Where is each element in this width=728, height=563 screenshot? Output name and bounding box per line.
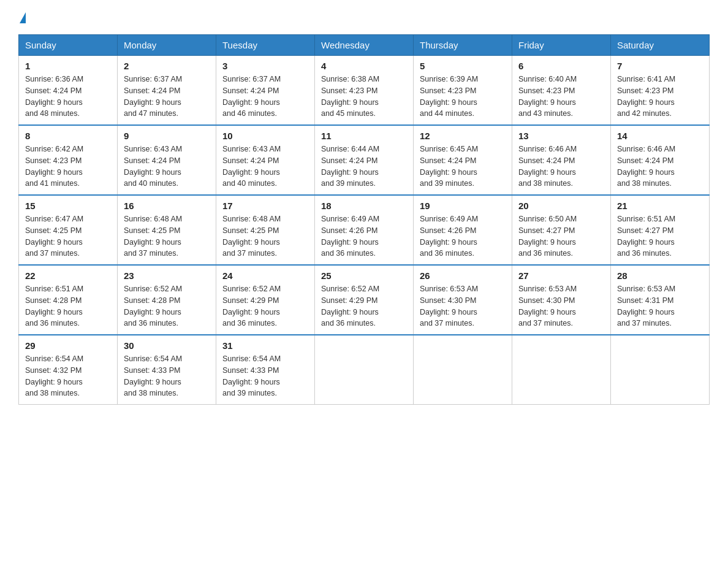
day-number: 24 — [222, 270, 308, 281]
day-info: Sunrise: 6:54 AMSunset: 4:33 PMDaylight:… — [222, 353, 308, 399]
logo-wrapper — [18, 12, 26, 23]
calendar-week-row: 15Sunrise: 6:47 AMSunset: 4:25 PMDayligh… — [19, 195, 710, 265]
day-number: 13 — [518, 131, 604, 141]
day-number: 21 — [617, 201, 703, 211]
calendar-cell: 3Sunrise: 6:37 AMSunset: 4:24 PMDaylight… — [216, 56, 315, 126]
logo — [18, 12, 26, 23]
day-number: 4 — [321, 61, 407, 71]
day-header-sunday: Sunday — [19, 35, 118, 56]
day-number: 2 — [124, 61, 210, 71]
calendar-cell: 19Sunrise: 6:49 AMSunset: 4:26 PMDayligh… — [414, 195, 512, 265]
calendar-cell: 12Sunrise: 6:45 AMSunset: 4:24 PMDayligh… — [414, 125, 512, 195]
day-info: Sunrise: 6:47 AMSunset: 4:25 PMDaylight:… — [25, 213, 111, 259]
day-number: 22 — [25, 270, 111, 281]
day-info: Sunrise: 6:52 AMSunset: 4:28 PMDaylight:… — [124, 283, 210, 329]
day-number: 5 — [420, 61, 506, 71]
calendar-cell: 27Sunrise: 6:53 AMSunset: 4:30 PMDayligh… — [512, 265, 611, 335]
calendar-cell: 1Sunrise: 6:36 AMSunset: 4:24 PMDaylight… — [19, 56, 118, 126]
day-number: 14 — [617, 131, 703, 141]
calendar-cell: 9Sunrise: 6:43 AMSunset: 4:24 PMDaylight… — [118, 125, 216, 195]
calendar-cell: 6Sunrise: 6:40 AMSunset: 4:23 PMDaylight… — [512, 56, 611, 126]
day-number: 25 — [321, 270, 407, 281]
day-info: Sunrise: 6:48 AMSunset: 4:25 PMDaylight:… — [124, 213, 210, 259]
calendar-cell: 21Sunrise: 6:51 AMSunset: 4:27 PMDayligh… — [611, 195, 710, 265]
day-header-monday: Monday — [118, 35, 216, 56]
logo-line1 — [18, 12, 26, 23]
calendar-cell: 25Sunrise: 6:52 AMSunset: 4:29 PMDayligh… — [315, 265, 414, 335]
day-info: Sunrise: 6:54 AMSunset: 4:33 PMDaylight:… — [124, 353, 210, 399]
day-info: Sunrise: 6:46 AMSunset: 4:24 PMDaylight:… — [518, 144, 604, 190]
day-info: Sunrise: 6:53 AMSunset: 4:30 PMDaylight:… — [518, 283, 604, 329]
day-header-wednesday: Wednesday — [315, 35, 414, 56]
calendar-table: SundayMondayTuesdayWednesdayThursdayFrid… — [18, 34, 710, 405]
day-number: 6 — [518, 61, 604, 71]
day-info: Sunrise: 6:53 AMSunset: 4:31 PMDaylight:… — [617, 283, 703, 329]
calendar-cell — [414, 335, 512, 405]
day-number: 12 — [420, 131, 506, 141]
day-number: 17 — [222, 201, 308, 211]
day-info: Sunrise: 6:49 AMSunset: 4:26 PMDaylight:… — [321, 213, 407, 259]
calendar-cell: 18Sunrise: 6:49 AMSunset: 4:26 PMDayligh… — [315, 195, 414, 265]
day-number: 3 — [222, 61, 308, 71]
day-number: 23 — [124, 270, 210, 281]
day-info: Sunrise: 6:36 AMSunset: 4:24 PMDaylight:… — [25, 74, 111, 120]
day-info: Sunrise: 6:49 AMSunset: 4:26 PMDaylight:… — [420, 213, 506, 259]
day-info: Sunrise: 6:39 AMSunset: 4:23 PMDaylight:… — [420, 74, 506, 120]
calendar-cell: 11Sunrise: 6:44 AMSunset: 4:24 PMDayligh… — [315, 125, 414, 195]
calendar-cell: 23Sunrise: 6:52 AMSunset: 4:28 PMDayligh… — [118, 265, 216, 335]
calendar-cell — [315, 335, 414, 405]
day-number: 8 — [25, 131, 111, 141]
calendar-cell — [611, 335, 710, 405]
day-number: 11 — [321, 131, 407, 141]
day-number: 19 — [420, 201, 506, 211]
day-number: 9 — [124, 131, 210, 141]
day-info: Sunrise: 6:51 AMSunset: 4:27 PMDaylight:… — [617, 213, 703, 259]
calendar-cell: 8Sunrise: 6:42 AMSunset: 4:23 PMDaylight… — [19, 125, 118, 195]
calendar-week-row: 1Sunrise: 6:36 AMSunset: 4:24 PMDaylight… — [19, 56, 710, 126]
day-info: Sunrise: 6:50 AMSunset: 4:27 PMDaylight:… — [518, 213, 604, 259]
day-info: Sunrise: 6:37 AMSunset: 4:24 PMDaylight:… — [222, 74, 308, 120]
calendar-week-row: 29Sunrise: 6:54 AMSunset: 4:32 PMDayligh… — [19, 335, 710, 405]
logo-triangle-icon — [20, 12, 26, 23]
calendar-cell: 31Sunrise: 6:54 AMSunset: 4:33 PMDayligh… — [216, 335, 315, 405]
day-info: Sunrise: 6:41 AMSunset: 4:23 PMDaylight:… — [617, 74, 703, 120]
day-info: Sunrise: 6:43 AMSunset: 4:24 PMDaylight:… — [124, 144, 210, 190]
page-header — [18, 12, 710, 23]
day-info: Sunrise: 6:44 AMSunset: 4:24 PMDaylight:… — [321, 144, 407, 190]
day-info: Sunrise: 6:54 AMSunset: 4:32 PMDaylight:… — [25, 353, 111, 399]
calendar-cell: 16Sunrise: 6:48 AMSunset: 4:25 PMDayligh… — [118, 195, 216, 265]
calendar-cell: 28Sunrise: 6:53 AMSunset: 4:31 PMDayligh… — [611, 265, 710, 335]
day-info: Sunrise: 6:48 AMSunset: 4:25 PMDaylight:… — [222, 213, 308, 259]
day-info: Sunrise: 6:52 AMSunset: 4:29 PMDaylight:… — [321, 283, 407, 329]
day-info: Sunrise: 6:52 AMSunset: 4:29 PMDaylight:… — [222, 283, 308, 329]
day-number: 16 — [124, 201, 210, 211]
day-number: 28 — [617, 270, 703, 281]
day-number: 1 — [25, 61, 111, 71]
day-header-saturday: Saturday — [611, 35, 710, 56]
day-info: Sunrise: 6:40 AMSunset: 4:23 PMDaylight:… — [518, 74, 604, 120]
calendar-cell: 20Sunrise: 6:50 AMSunset: 4:27 PMDayligh… — [512, 195, 611, 265]
day-info: Sunrise: 6:37 AMSunset: 4:24 PMDaylight:… — [124, 74, 210, 120]
calendar-cell: 7Sunrise: 6:41 AMSunset: 4:23 PMDaylight… — [611, 56, 710, 126]
day-info: Sunrise: 6:42 AMSunset: 4:23 PMDaylight:… — [25, 144, 111, 190]
calendar-cell: 30Sunrise: 6:54 AMSunset: 4:33 PMDayligh… — [118, 335, 216, 405]
day-number: 18 — [321, 201, 407, 211]
calendar-header-row: SundayMondayTuesdayWednesdayThursdayFrid… — [19, 35, 710, 56]
day-header-thursday: Thursday — [414, 35, 512, 56]
calendar-cell: 5Sunrise: 6:39 AMSunset: 4:23 PMDaylight… — [414, 56, 512, 126]
calendar-cell: 10Sunrise: 6:43 AMSunset: 4:24 PMDayligh… — [216, 125, 315, 195]
calendar-cell: 4Sunrise: 6:38 AMSunset: 4:23 PMDaylight… — [315, 56, 414, 126]
day-info: Sunrise: 6:38 AMSunset: 4:23 PMDaylight:… — [321, 74, 407, 120]
calendar-cell: 22Sunrise: 6:51 AMSunset: 4:28 PMDayligh… — [19, 265, 118, 335]
calendar-cell — [512, 335, 611, 405]
calendar-cell: 29Sunrise: 6:54 AMSunset: 4:32 PMDayligh… — [19, 335, 118, 405]
calendar-cell: 13Sunrise: 6:46 AMSunset: 4:24 PMDayligh… — [512, 125, 611, 195]
calendar-cell: 14Sunrise: 6:46 AMSunset: 4:24 PMDayligh… — [611, 125, 710, 195]
day-number: 7 — [617, 61, 703, 71]
day-info: Sunrise: 6:53 AMSunset: 4:30 PMDaylight:… — [420, 283, 506, 329]
day-info: Sunrise: 6:46 AMSunset: 4:24 PMDaylight:… — [617, 144, 703, 190]
day-number: 30 — [124, 340, 210, 351]
day-number: 27 — [518, 270, 604, 281]
day-number: 10 — [222, 131, 308, 141]
calendar-week-row: 22Sunrise: 6:51 AMSunset: 4:28 PMDayligh… — [19, 265, 710, 335]
